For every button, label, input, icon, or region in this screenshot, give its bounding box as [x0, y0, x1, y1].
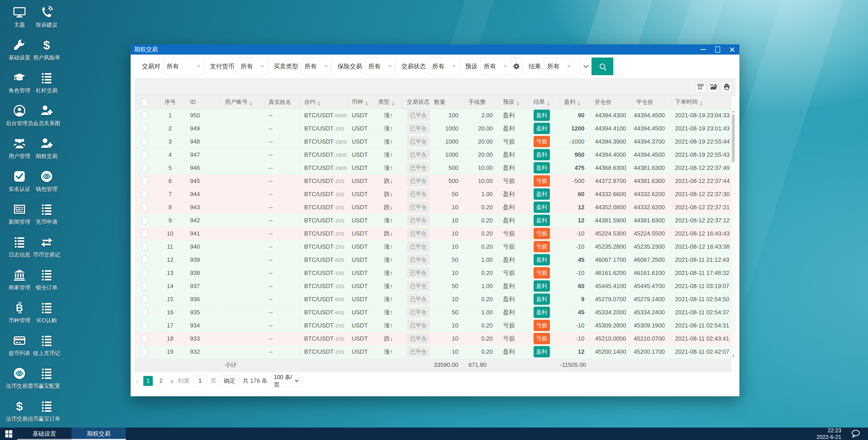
- table-row[interactable]: 17934--BTC/USDT-15SUSDT涨↑已平仓100.20亏损亏损-1…: [135, 319, 731, 332]
- desktop-icon[interactable]: B币种管理: [7, 301, 32, 334]
- filter-pair-select[interactable]: 所有: [163, 58, 204, 75]
- close-button[interactable]: ×: [725, 45, 739, 55]
- page-size-select[interactable]: 100 条/页: [271, 376, 301, 386]
- prev-page-button[interactable]: ‹: [135, 376, 140, 385]
- desktop-icon[interactable]: 新闻管理: [7, 203, 32, 236]
- table-row[interactable]: 3948--BTC/USDT-180SUSDT涨↑已平仓100020.00亏损亏…: [135, 135, 731, 148]
- desktop-icon[interactable]: 充币申请: [34, 203, 59, 236]
- taskbar-item-options-trading[interactable]: 期权交易: [71, 428, 126, 440]
- print-button[interactable]: [721, 82, 732, 92]
- row-checkbox[interactable]: [142, 242, 148, 251]
- desktop-icon[interactable]: 商家管理: [7, 268, 32, 301]
- column-header[interactable]: 合约: [300, 95, 347, 109]
- desktop-icon[interactable]: 币赢宝配置: [34, 367, 59, 400]
- row-checkbox[interactable]: [142, 151, 148, 159]
- taskbar-clock[interactable]: 22:23 2022-6-21: [816, 427, 841, 440]
- desktop-icon[interactable]: 基础设置: [7, 38, 32, 71]
- desktop-icon[interactable]: 投诉建议: [34, 6, 59, 38]
- desktop-icon[interactable]: 实名认证: [7, 170, 32, 203]
- row-checkbox[interactable]: [142, 111, 148, 119]
- table-row[interactable]: 6945--BTC/USDT-15SUSDT跌↓已平仓50010.00亏损亏损-…: [135, 174, 731, 187]
- sort-icon[interactable]: [318, 101, 320, 106]
- desktop-icon[interactable]: 币币交易记: [34, 236, 59, 268]
- column-header[interactable]: 下单时间: [671, 95, 731, 109]
- desktop-icon[interactable]: IEO认购: [34, 301, 59, 334]
- sort-icon[interactable]: [392, 101, 394, 106]
- sort-icon[interactable]: [578, 101, 580, 106]
- column-header[interactable]: 用户账号: [221, 95, 265, 109]
- sort-icon[interactable]: [547, 101, 550, 106]
- desktop-icon[interactable]: 钱包管理: [34, 170, 59, 203]
- row-checkbox[interactable]: [142, 164, 148, 172]
- page-button-2[interactable]: 2: [156, 376, 166, 386]
- sort-icon[interactable]: [250, 101, 252, 106]
- table-row[interactable]: 19932--BTC/USDT-15SUSDT涨↑已平仓100.20盈利盈利12…: [135, 345, 731, 358]
- desktop-icon[interactable]: 法币交易需: [7, 367, 32, 400]
- row-checkbox[interactable]: [142, 203, 148, 211]
- row-checkbox[interactable]: [142, 229, 148, 238]
- filter-trade-status-select[interactable]: 所有: [429, 58, 459, 75]
- maximize-button[interactable]: [710, 45, 725, 55]
- row-checkbox[interactable]: [142, 348, 148, 356]
- desktop-icon[interactable]: 后台管理员: [7, 104, 32, 137]
- row-checkbox[interactable]: [142, 177, 148, 185]
- start-button[interactable]: [0, 428, 17, 440]
- table-row[interactable]: 2949--BTC/USDT-15SUSDT涨↑已平仓100020.00盈利盈利…: [135, 122, 731, 135]
- window-titlebar[interactable]: 期权交易 ×: [131, 45, 739, 55]
- sort-icon[interactable]: [700, 101, 703, 106]
- select-all-checkbox[interactable]: [142, 98, 148, 106]
- export-button[interactable]: [708, 82, 719, 92]
- row-checkbox[interactable]: [142, 282, 148, 290]
- desktop-icon[interactable]: 角色管理: [7, 71, 32, 104]
- filter-preset-select[interactable]: 所有: [480, 58, 511, 75]
- column-header[interactable]: 类型: [374, 95, 403, 109]
- filter-pay-currency-select[interactable]: 所有: [237, 58, 268, 75]
- column-header[interactable]: 币种: [347, 95, 374, 109]
- table-row[interactable]: 15936--BTC/USDT-60SUSDT涨↑已平仓100.20盈利盈利94…: [135, 293, 731, 306]
- row-checkbox[interactable]: [142, 295, 148, 303]
- column-header[interactable]: 交易状态...: [403, 95, 430, 109]
- desktop-icon[interactable]: 主题: [7, 6, 32, 38]
- desktop-icon[interactable]: 期权交易: [34, 137, 59, 170]
- table-row[interactable]: 16935--BTC/USDT-60SUSDT涨↑已平仓501.00盈利盈利45…: [135, 306, 731, 319]
- column-header[interactable]: 预设: [499, 95, 529, 109]
- row-checkbox[interactable]: [142, 321, 148, 329]
- desktop-icon[interactable]: 日志信息: [7, 236, 32, 268]
- scrollbar-down-arrow[interactable]: ▼: [732, 353, 735, 358]
- column-header[interactable]: 结果: [529, 95, 560, 109]
- goto-confirm-button[interactable]: 确定: [220, 376, 239, 386]
- sort-icon[interactable]: [365, 101, 368, 106]
- columns-button[interactable]: [695, 82, 706, 92]
- minimize-button[interactable]: [696, 45, 710, 55]
- column-header[interactable]: 盈利: [560, 95, 590, 109]
- goto-page-input[interactable]: [193, 376, 207, 386]
- row-checkbox[interactable]: [142, 138, 148, 146]
- row-checkbox[interactable]: [142, 334, 148, 343]
- desktop-icon[interactable]: 用户管理: [7, 137, 32, 170]
- scrollbar-thumb[interactable]: [732, 114, 735, 163]
- next-page-button[interactable]: ›: [169, 376, 174, 385]
- row-checkbox[interactable]: [142, 308, 148, 316]
- sort-icon[interactable]: [517, 101, 519, 106]
- table-row[interactable]: 8943--BTC/USDT-15SUSDT跌↓已平仓100.20盈利盈利124…: [135, 201, 731, 214]
- row-checkbox[interactable]: [142, 124, 148, 133]
- table-row[interactable]: 7944--BTC/USDT-15SUSDT跌↓已平仓501.00盈利盈利604…: [135, 187, 731, 201]
- filter-result-select[interactable]: 所有: [544, 58, 575, 75]
- table-row[interactable]: 13938--BTC/USDT-15SUSDT涨↑已平仓100.20亏损亏损-1…: [135, 266, 731, 280]
- table-row[interactable]: 4947--BTC/USDT-180SUSDT涨↑已平仓100020.00盈利盈…: [135, 148, 731, 161]
- filter-insurance-select[interactable]: 所有: [365, 58, 396, 75]
- desktop-icon[interactable]: $用户风险率: [34, 38, 59, 71]
- table-row[interactable]: 5946--BTC/USDT-180SUSDT涨↑已平仓50010.00盈利盈利…: [135, 161, 731, 174]
- row-checkbox[interactable]: [142, 269, 148, 277]
- table-row[interactable]: 11940--BTC/USDT-15SUSDT涨↑已平仓100.20亏损亏损-1…: [135, 240, 731, 253]
- chat-bubble-icon[interactable]: [851, 430, 860, 438]
- taskbar-item-basic-settings[interactable]: 基础设置: [17, 428, 71, 440]
- desktop-icon[interactable]: 链上充币记: [34, 334, 59, 367]
- table-row[interactable]: 14937--BTC/USDT-15SUSDT涨↑已平仓501.00盈利盈利60…: [135, 280, 731, 293]
- table-row[interactable]: 10941--BTC/USDT-15SUSDT跌↓已平仓100.20亏损亏损-1…: [135, 227, 731, 240]
- desktop-icon[interactable]: 提币列表: [7, 334, 32, 367]
- filter-trade-type-select[interactable]: 所有: [301, 58, 332, 75]
- page-button-1[interactable]: 1: [143, 376, 153, 386]
- row-checkbox[interactable]: [142, 190, 148, 198]
- table-row[interactable]: 1950--BTC/USDT-500SUSDT涨↑已平仓1002.00盈利盈利9…: [135, 109, 731, 122]
